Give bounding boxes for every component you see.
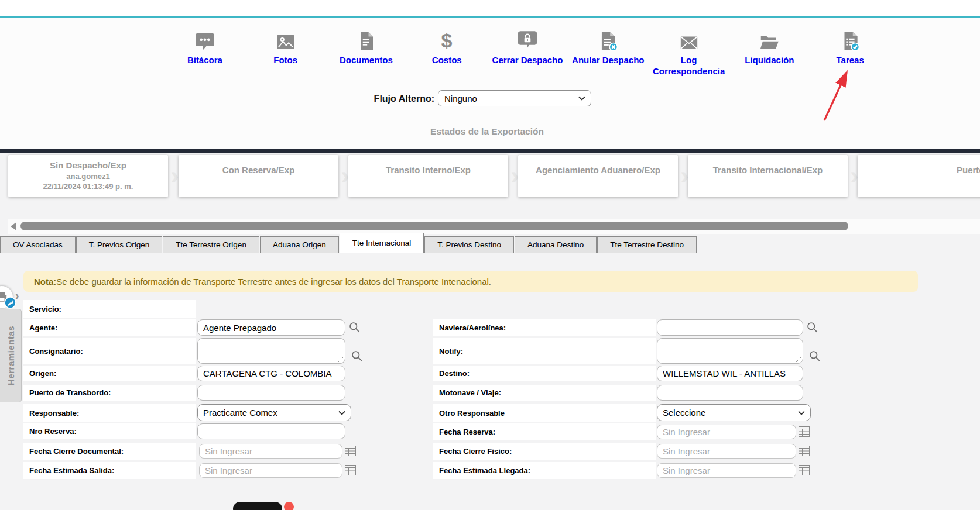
note-text: Se debe guardar la información de Transp…	[56, 277, 491, 287]
document-cancel-icon[interactable]	[597, 28, 619, 53]
notify-textarea[interactable]	[657, 338, 803, 364]
state-card-title: Puerto	[858, 164, 980, 176]
field-label-fecha-estimada-llegada: Fecha Estimada Llegada:	[433, 462, 656, 479]
destino-input[interactable]	[657, 366, 803, 381]
cerrar-despacho-link[interactable]: Cerrar Despacho	[492, 55, 563, 66]
state-card-con-reserva-exp[interactable]: Con Reserva/Exp	[179, 155, 338, 197]
toolbar-item-liquidacion[interactable]: Liquidación	[729, 28, 810, 77]
magnifier-icon	[808, 354, 821, 364]
expand-chevron-icon[interactable]: ›	[15, 289, 19, 302]
field-label-fecha-estimada-salida: Fecha Estimada Salida:	[23, 462, 196, 479]
liquidacion-link[interactable]: Liquidación	[745, 55, 794, 66]
toolbar-item-log-correspondencia[interactable]: Log Correspondencia	[649, 28, 729, 77]
log-correspondencia-link[interactable]: Log Correspondencia	[649, 55, 729, 77]
puerto-de-transbordo-input[interactable]	[197, 385, 345, 401]
responsable-select[interactable]: Practicante Comex	[197, 404, 351, 421]
field-label-fecha-cierre-documental: Fecha Cierre Documental:	[23, 443, 196, 460]
envelope-icon[interactable]	[677, 28, 701, 53]
bitacora-link[interactable]: Bitácora	[187, 55, 222, 66]
naviera-aerolinea-input[interactable]	[657, 319, 803, 336]
field-label-otro-responsable: Otro Responsable	[433, 404, 656, 422]
notify-search-button[interactable]	[808, 350, 821, 362]
fecha-estimada-llegada-calendar-button[interactable]	[799, 465, 810, 475]
folder-open-icon[interactable]	[758, 28, 781, 53]
field-label-agente: Agente:	[23, 319, 196, 336]
fecha-estimada-salida-input[interactable]	[199, 463, 342, 478]
field-label-naviera-aerolinea: Naviera/Aerolínea:	[433, 319, 656, 336]
magnifier-icon	[806, 325, 818, 335]
task-check-icon[interactable]	[839, 28, 861, 53]
fecha-cierre-fisico-calendar-button[interactable]	[799, 446, 810, 456]
fecha-estimada-llegada-input[interactable]	[657, 463, 796, 478]
dollar-icon[interactable]: $	[437, 28, 457, 53]
agente-input[interactable]	[197, 319, 345, 336]
toolbar-item-bitacora[interactable]: Bitácora	[165, 28, 245, 77]
card-separator-chevron: ›	[170, 163, 179, 188]
scroll-left-arrow[interactable]	[11, 222, 16, 230]
agente-search-button[interactable]	[348, 321, 361, 333]
field-label-servicio: Servicio:	[23, 300, 196, 318]
field-label-motonave-viaje: Motonave / Viaje:	[433, 385, 656, 401]
toolbar-item-cerrar-despacho[interactable]: Cerrar Despacho	[487, 28, 568, 77]
magnifier-icon	[348, 325, 361, 335]
state-card-puerto[interactable]: Puerto	[858, 155, 980, 197]
field-label-destino: Destino:	[433, 366, 656, 381]
tab-tte-internacional[interactable]: Tte Internacional	[340, 233, 424, 253]
anular-despacho-link[interactable]: Anular Despacho	[572, 55, 644, 66]
herramientas-panel-tab[interactable]: Herramientas	[0, 309, 22, 402]
fecha-reserva-input[interactable]	[657, 425, 796, 439]
naviera-aerolinea-search-button[interactable]	[806, 321, 818, 333]
tab-ov-asociadas[interactable]: OV Asociadas	[0, 236, 76, 253]
toolbar-item-tareas[interactable]: Tareas	[810, 28, 890, 77]
field-label-nro-reserva: Nro Reserva:	[23, 423, 196, 439]
state-card-agenciamiento-aduanero-exp[interactable]: Agenciamiento Aduanero/Exp	[518, 155, 678, 197]
horizontal-scrollbar-thumb[interactable]	[20, 222, 848, 230]
origen-input[interactable]	[197, 366, 345, 381]
photo-icon[interactable]	[274, 28, 297, 53]
tab-aduana-destino[interactable]: Aduana Destino	[515, 236, 597, 253]
consignatario-search-button[interactable]	[351, 350, 363, 362]
tab-tte-terrestre-origen[interactable]: Tte Terrestre Origen	[163, 236, 259, 253]
horizontal-scrollbar	[8, 219, 980, 234]
note-prefix: Nota:	[34, 277, 56, 287]
fotos-link[interactable]: Fotos	[273, 55, 297, 66]
tareas-link[interactable]: Tareas	[837, 55, 864, 66]
fecha-cierre-documental-calendar-button[interactable]	[345, 446, 356, 456]
fecha-cierre-fisico-input[interactable]	[657, 444, 796, 459]
toolbar: BitácoraFotosDocumentos$CostosCerrar Des…	[165, 28, 890, 77]
svg-text:$: $	[441, 29, 453, 51]
toolbar-item-fotos[interactable]: Fotos	[245, 28, 326, 77]
toolbar-item-costos[interactable]: $Costos	[406, 28, 487, 77]
calendar-icon	[799, 448, 810, 458]
note-banner: Nota:Se debe guardar la información de T…	[23, 271, 918, 292]
state-card-transito-internacional-exp[interactable]: Transito Internacional/Exp	[688, 155, 848, 197]
document-icon[interactable]	[355, 28, 376, 53]
chat-dots-icon[interactable]	[193, 28, 217, 53]
state-card-title: Agenciamiento Aduanero/Exp	[518, 164, 678, 176]
flujo-alterno-select-wrap: Ninguno	[438, 90, 591, 106]
toolbar-item-anular-despacho[interactable]: Anular Despacho	[568, 28, 649, 77]
fecha-estimada-salida-calendar-button[interactable]	[345, 465, 356, 475]
cutoff-red-dot	[284, 502, 294, 510]
tab-t-previos-destino[interactable]: T. Previos Destino	[424, 236, 514, 253]
lock-bubble-icon[interactable]	[516, 28, 539, 53]
state-card-transito-interno-exp[interactable]: Transito Interno/Exp	[348, 155, 508, 197]
costos-link[interactable]: Costos	[432, 55, 462, 66]
calendar-icon	[799, 467, 810, 477]
tab-aduana-origen[interactable]: Aduana Origen	[260, 236, 339, 253]
motonave-viaje-input[interactable]	[657, 385, 803, 401]
toolbar-item-documentos[interactable]: Documentos	[326, 28, 407, 77]
documentos-link[interactable]: Documentos	[340, 55, 393, 66]
nro-reserva-input[interactable]	[197, 423, 345, 439]
otro-responsable-select[interactable]: Seleccione	[657, 404, 811, 421]
flujo-alterno-select[interactable]: Ninguno	[438, 90, 591, 106]
fecha-cierre-documental-input[interactable]	[199, 444, 342, 459]
field-label-origen: Origen:	[23, 366, 196, 381]
estados-title: Estados de la Exportación	[0, 126, 974, 137]
tab-bar: OV AsociadasT. Previos OrigenTte Terrest…	[0, 233, 697, 253]
consignatario-textarea[interactable]	[197, 338, 345, 364]
state-card-sin-despacho-exp[interactable]: Sin Despacho/Expana.gomez122/11/2024 01:…	[8, 155, 168, 197]
tab-t-previos-origen[interactable]: T. Previos Origen	[76, 236, 163, 253]
fecha-reserva-calendar-button[interactable]	[799, 426, 810, 437]
tab-tte-terrestre-destino[interactable]: Tte Terrestre Destino	[597, 236, 697, 253]
